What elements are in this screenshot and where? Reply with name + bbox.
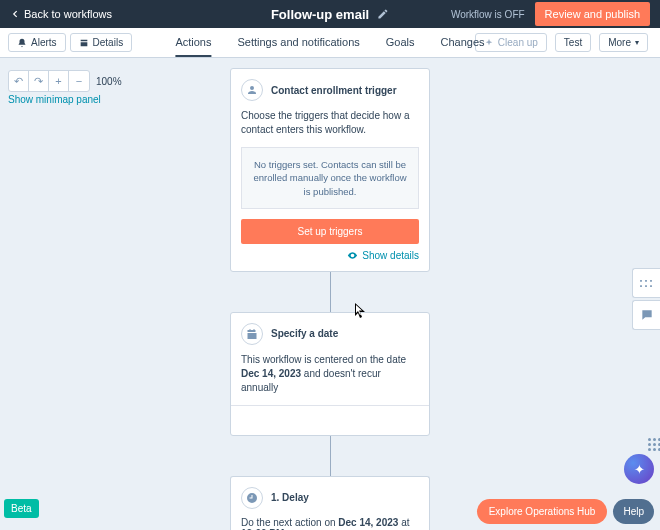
top-right: Workflow is OFF Review and publish bbox=[451, 2, 650, 26]
specify-date-card[interactable]: Specify a date This workflow is centered… bbox=[230, 312, 430, 436]
enrollment-desc: Choose the triggers that decide how a co… bbox=[241, 109, 419, 137]
back-label: Back to workflows bbox=[24, 8, 112, 20]
grid-icon: ::: bbox=[639, 277, 654, 289]
cleanup-button[interactable]: Clean up bbox=[475, 33, 547, 52]
caret-down-icon: ▾ bbox=[635, 38, 639, 47]
workflow-status: Workflow is OFF bbox=[451, 9, 525, 20]
empty-triggers-notice: No triggers set. Contacts can still be e… bbox=[241, 147, 419, 209]
date-title: Specify a date bbox=[271, 328, 338, 339]
tab-changes[interactable]: Changes bbox=[441, 28, 485, 57]
sparkle-icon: ✦ bbox=[634, 462, 645, 477]
workflow-title: Follow-up email bbox=[271, 7, 369, 22]
show-minimap-link[interactable]: Show minimap panel bbox=[8, 94, 101, 105]
alerts-button[interactable]: Alerts bbox=[8, 33, 66, 52]
zoom-out-button[interactable]: − bbox=[69, 71, 89, 91]
eye-icon bbox=[347, 250, 358, 261]
bottom-right-actions: Explore Operations Hub Help bbox=[477, 499, 654, 524]
more-label: More bbox=[608, 37, 631, 48]
comment-icon bbox=[640, 308, 654, 322]
chevron-left-icon bbox=[10, 9, 20, 19]
card-header: 1. Delay bbox=[241, 487, 419, 509]
zoom-in-button[interactable]: + bbox=[49, 71, 69, 91]
enrollment-title: Contact enrollment trigger bbox=[271, 85, 397, 96]
setup-triggers-button[interactable]: Set up triggers bbox=[241, 219, 419, 244]
tab-goals[interactable]: Goals bbox=[386, 28, 415, 57]
clock-icon bbox=[241, 487, 263, 509]
contact-icon bbox=[241, 79, 263, 101]
details-label: Details bbox=[93, 37, 124, 48]
back-to-workflows-link[interactable]: Back to workflows bbox=[10, 8, 112, 20]
top-bar: Back to workflows Follow-up email Workfl… bbox=[0, 0, 660, 28]
more-button[interactable]: More ▾ bbox=[599, 33, 648, 52]
workflow-flow: Contact enrollment trigger Choose the tr… bbox=[230, 68, 430, 530]
date-desc: This workflow is centered on the date De… bbox=[241, 353, 419, 395]
sparkle-icon bbox=[484, 38, 494, 48]
ai-assistant-button[interactable]: ✦ bbox=[624, 454, 654, 484]
connector-line bbox=[330, 436, 331, 476]
right-tools: Clean up Test More ▾ bbox=[475, 33, 652, 52]
cleanup-label: Clean up bbox=[498, 37, 538, 48]
zoom-group: ↶ ↷ + − bbox=[8, 70, 90, 92]
explore-ops-hub-button[interactable]: Explore Operations Hub bbox=[477, 499, 608, 524]
side-tab-comments[interactable] bbox=[632, 300, 660, 330]
connector-line bbox=[330, 272, 331, 312]
delay-card[interactable]: 1. Delay Do the next action on Dec 14, 2… bbox=[230, 476, 430, 530]
card-header: Specify a date bbox=[241, 323, 419, 345]
info-icon bbox=[79, 38, 89, 48]
beta-badge[interactable]: Beta bbox=[4, 499, 39, 518]
side-panel-tabs: ::: bbox=[632, 268, 660, 330]
delay-title: 1. Delay bbox=[271, 492, 309, 503]
calendar-icon bbox=[241, 323, 263, 345]
tab-actions[interactable]: Actions bbox=[175, 28, 211, 57]
zoom-controls: ↶ ↷ + − 100% bbox=[8, 70, 122, 92]
details-button[interactable]: Details bbox=[70, 33, 133, 52]
review-publish-button[interactable]: Review and publish bbox=[535, 2, 650, 26]
show-details-link[interactable]: Show details bbox=[241, 250, 419, 261]
enrollment-trigger-card[interactable]: Contact enrollment trigger Choose the tr… bbox=[230, 68, 430, 272]
card-header: Contact enrollment trigger bbox=[241, 79, 419, 101]
workflow-canvas[interactable]: ↶ ↷ + − 100% Show minimap panel Contact … bbox=[0, 58, 660, 530]
zoom-level: 100% bbox=[96, 76, 122, 87]
tool-bar: Alerts Details Actions Settings and noti… bbox=[0, 28, 660, 58]
show-details-label: Show details bbox=[362, 250, 419, 261]
title-wrap: Follow-up email bbox=[271, 7, 389, 22]
redo-button[interactable]: ↷ bbox=[29, 71, 49, 91]
tab-settings[interactable]: Settings and notifications bbox=[237, 28, 359, 57]
delay-desc: Do the next action on Dec 14, 2023 at 12… bbox=[241, 517, 419, 530]
side-tab-minimap[interactable]: ::: bbox=[632, 268, 660, 298]
edit-title-icon[interactable] bbox=[377, 8, 389, 20]
test-button[interactable]: Test bbox=[555, 33, 591, 52]
bell-icon bbox=[17, 38, 27, 48]
undo-button[interactable]: ↶ bbox=[9, 71, 29, 91]
nav-tabs: Actions Settings and notifications Goals… bbox=[175, 28, 484, 57]
help-button[interactable]: Help bbox=[613, 499, 654, 524]
drag-handle[interactable] bbox=[645, 435, 660, 454]
alerts-label: Alerts bbox=[31, 37, 57, 48]
